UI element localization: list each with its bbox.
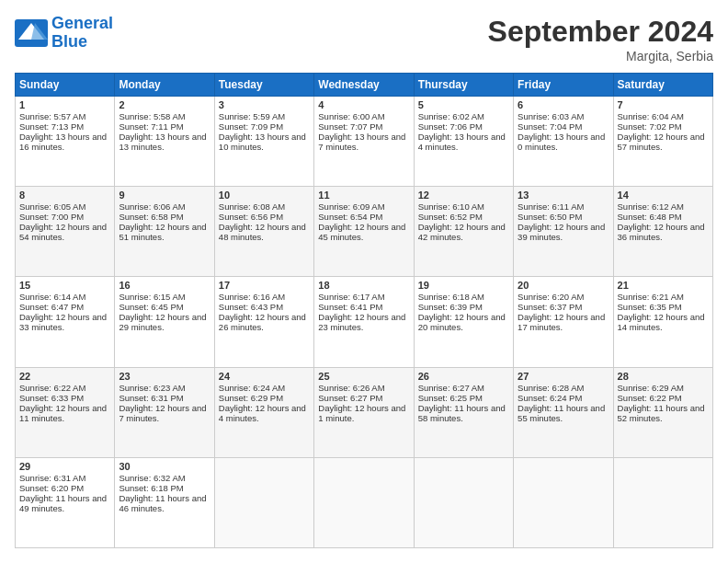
sunset-text: Sunset: 6:48 PM [618, 212, 709, 222]
day-number: 26 [418, 371, 509, 382]
sunrise-text: Sunrise: 6:16 AM [219, 292, 310, 302]
calendar-cell: 30Sunrise: 6:32 AMSunset: 6:18 PMDayligh… [115, 457, 214, 547]
calendar-cell: 1Sunrise: 5:57 AMSunset: 7:13 PMDaylight… [16, 97, 115, 187]
day-number: 1 [19, 99, 110, 110]
sunrise-text: Sunrise: 6:24 AM [219, 383, 310, 393]
day-number: 6 [518, 99, 609, 110]
calendar-cell: 27Sunrise: 6:28 AMSunset: 6:24 PMDayligh… [514, 367, 613, 457]
sunrise-text: Sunrise: 6:06 AM [119, 201, 210, 212]
sunset-text: Sunset: 7:00 PM [19, 212, 110, 222]
sunrise-text: Sunrise: 6:03 AM [518, 111, 609, 121]
day-number: 12 [418, 190, 509, 201]
day-number: 15 [19, 280, 110, 291]
calendar-cell: 17Sunrise: 6:16 AMSunset: 6:43 PMDayligh… [214, 277, 313, 367]
day-header-tuesday: Tuesday [214, 74, 313, 97]
sunset-text: Sunset: 6:35 PM [618, 302, 709, 312]
sunrise-text: Sunrise: 6:02 AM [418, 111, 509, 121]
sunset-text: Sunset: 6:22 PM [618, 393, 709, 403]
calendar-cell: 14Sunrise: 6:12 AMSunset: 6:48 PMDayligh… [613, 187, 712, 277]
header: General Blue September 2024 Margita, Ser… [15, 15, 713, 63]
sunrise-text: Sunrise: 6:29 AM [618, 383, 709, 393]
day-number: 5 [418, 99, 509, 110]
header-row: SundayMondayTuesdayWednesdayThursdayFrid… [16, 74, 713, 97]
daylight-text: Daylight: 12 hours and 23 minutes. [318, 312, 409, 332]
calendar-cell: 24Sunrise: 6:24 AMSunset: 6:29 PMDayligh… [214, 367, 313, 457]
sunset-text: Sunset: 6:31 PM [119, 393, 210, 403]
sunset-text: Sunset: 6:54 PM [318, 212, 409, 222]
day-number: 14 [618, 190, 709, 201]
sunrise-text: Sunrise: 6:20 AM [518, 292, 609, 302]
sunrise-text: Sunrise: 6:18 AM [418, 292, 509, 302]
sunset-text: Sunset: 7:04 PM [518, 121, 609, 132]
sunset-text: Sunset: 6:18 PM [119, 483, 210, 493]
day-number: 28 [618, 371, 709, 382]
day-header-thursday: Thursday [414, 74, 513, 97]
daylight-text: Daylight: 12 hours and 48 minutes. [219, 222, 310, 242]
day-number: 21 [618, 280, 709, 291]
calendar-cell [613, 457, 712, 547]
logo: General Blue [15, 15, 113, 52]
sunrise-text: Sunrise: 6:10 AM [418, 201, 509, 212]
sunrise-text: Sunrise: 6:31 AM [19, 473, 110, 483]
day-number: 2 [119, 99, 210, 110]
daylight-text: Daylight: 12 hours and 45 minutes. [318, 222, 409, 242]
sunset-text: Sunset: 6:58 PM [119, 212, 210, 222]
sunrise-text: Sunrise: 6:21 AM [618, 292, 709, 302]
week-row-3: 15Sunrise: 6:14 AMSunset: 6:47 PMDayligh… [16, 277, 713, 367]
day-number: 25 [318, 371, 409, 382]
calendar-cell: 11Sunrise: 6:09 AMSunset: 6:54 PMDayligh… [314, 187, 414, 277]
day-number: 30 [119, 461, 210, 472]
calendar-cell [214, 457, 313, 547]
daylight-text: Daylight: 13 hours and 0 minutes. [518, 132, 609, 152]
daylight-text: Daylight: 11 hours and 46 minutes. [119, 493, 210, 513]
daylight-text: Daylight: 12 hours and 14 minutes. [618, 312, 709, 332]
sunrise-text: Sunrise: 5:59 AM [219, 111, 310, 121]
sunset-text: Sunset: 7:02 PM [618, 121, 709, 132]
daylight-text: Daylight: 12 hours and 36 minutes. [618, 222, 709, 242]
sunrise-text: Sunrise: 5:57 AM [19, 111, 110, 121]
calendar-cell [514, 457, 613, 547]
sunset-text: Sunset: 6:27 PM [318, 393, 409, 403]
calendar-cell: 19Sunrise: 6:18 AMSunset: 6:39 PMDayligh… [414, 277, 513, 367]
calendar-cell: 26Sunrise: 6:27 AMSunset: 6:25 PMDayligh… [414, 367, 513, 457]
sunset-text: Sunset: 6:41 PM [318, 302, 409, 312]
day-number: 16 [119, 280, 210, 291]
day-number: 20 [518, 280, 609, 291]
calendar-cell: 4Sunrise: 6:00 AMSunset: 7:07 PMDaylight… [314, 97, 414, 187]
sunrise-text: Sunrise: 6:15 AM [119, 292, 210, 302]
day-header-sunday: Sunday [16, 74, 115, 97]
page: General Blue September 2024 Margita, Ser… [0, 0, 728, 563]
calendar-cell: 21Sunrise: 6:21 AMSunset: 6:35 PMDayligh… [613, 277, 712, 367]
calendar-cell [414, 457, 513, 547]
day-header-saturday: Saturday [613, 74, 712, 97]
calendar-cell: 2Sunrise: 5:58 AMSunset: 7:11 PMDaylight… [115, 97, 214, 187]
sunrise-text: Sunrise: 6:04 AM [618, 111, 709, 121]
sunrise-text: Sunrise: 6:28 AM [518, 383, 609, 393]
calendar-cell: 9Sunrise: 6:06 AMSunset: 6:58 PMDaylight… [115, 187, 214, 277]
sunset-text: Sunset: 6:45 PM [119, 302, 210, 312]
day-number: 7 [618, 99, 709, 110]
calendar-cell: 29Sunrise: 6:31 AMSunset: 6:20 PMDayligh… [16, 457, 115, 547]
daylight-text: Daylight: 13 hours and 13 minutes. [119, 132, 210, 152]
sunrise-text: Sunrise: 6:08 AM [219, 201, 310, 212]
day-number: 3 [219, 99, 310, 110]
location: Margita, Serbia [488, 49, 713, 63]
sunset-text: Sunset: 6:29 PM [219, 393, 310, 403]
day-number: 18 [318, 280, 409, 291]
daylight-text: Daylight: 12 hours and 20 minutes. [418, 312, 509, 332]
sunset-text: Sunset: 7:06 PM [418, 121, 509, 132]
calendar-cell: 12Sunrise: 6:10 AMSunset: 6:52 PMDayligh… [414, 187, 513, 277]
sunrise-text: Sunrise: 6:32 AM [119, 473, 210, 483]
sunrise-text: Sunrise: 6:05 AM [19, 201, 110, 212]
daylight-text: Daylight: 12 hours and 42 minutes. [418, 222, 509, 242]
day-number: 8 [19, 190, 110, 201]
week-row-1: 1Sunrise: 5:57 AMSunset: 7:13 PMDaylight… [16, 97, 713, 187]
daylight-text: Daylight: 13 hours and 7 minutes. [318, 132, 409, 152]
sunset-text: Sunset: 6:24 PM [518, 393, 609, 403]
sunrise-text: Sunrise: 6:11 AM [518, 201, 609, 212]
calendar-cell: 3Sunrise: 5:59 AMSunset: 7:09 PMDaylight… [214, 97, 313, 187]
sunset-text: Sunset: 7:07 PM [318, 121, 409, 132]
sunset-text: Sunset: 6:20 PM [19, 483, 110, 493]
day-number: 13 [518, 190, 609, 201]
daylight-text: Daylight: 12 hours and 51 minutes. [119, 222, 210, 242]
